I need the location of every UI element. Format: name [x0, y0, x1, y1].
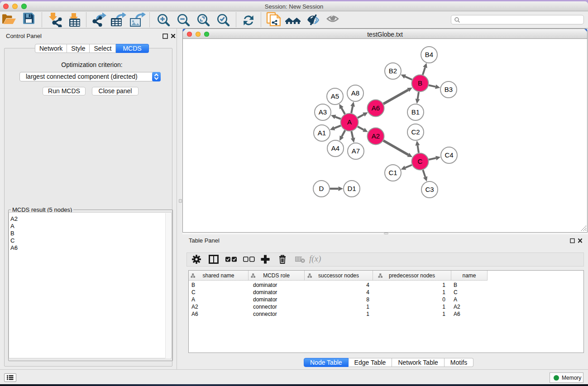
svg-text:B2: B2 — [389, 67, 397, 75]
svg-text:B4: B4 — [425, 51, 433, 58]
svg-text:C: C — [418, 157, 423, 165]
svg-text:B1: B1 — [411, 108, 420, 116]
svg-text:A7: A7 — [352, 147, 360, 155]
svg-text:A6: A6 — [372, 104, 380, 112]
svg-text:C2: C2 — [411, 128, 420, 136]
svg-text:D1: D1 — [347, 185, 356, 192]
svg-text:A: A — [347, 118, 352, 126]
svg-text:A3: A3 — [319, 108, 327, 116]
svg-text:C1: C1 — [388, 169, 397, 176]
svg-text:C3: C3 — [425, 186, 434, 193]
svg-text:B3: B3 — [445, 86, 453, 93]
svg-text:A4: A4 — [331, 144, 339, 152]
svg-text:B: B — [418, 79, 422, 87]
svg-text:A1: A1 — [318, 129, 326, 137]
svg-text:C4: C4 — [445, 151, 453, 159]
svg-text:D: D — [319, 185, 324, 192]
svg-text:A2: A2 — [372, 132, 380, 140]
svg-text:A8: A8 — [351, 89, 359, 97]
svg-text:A5: A5 — [331, 92, 339, 100]
